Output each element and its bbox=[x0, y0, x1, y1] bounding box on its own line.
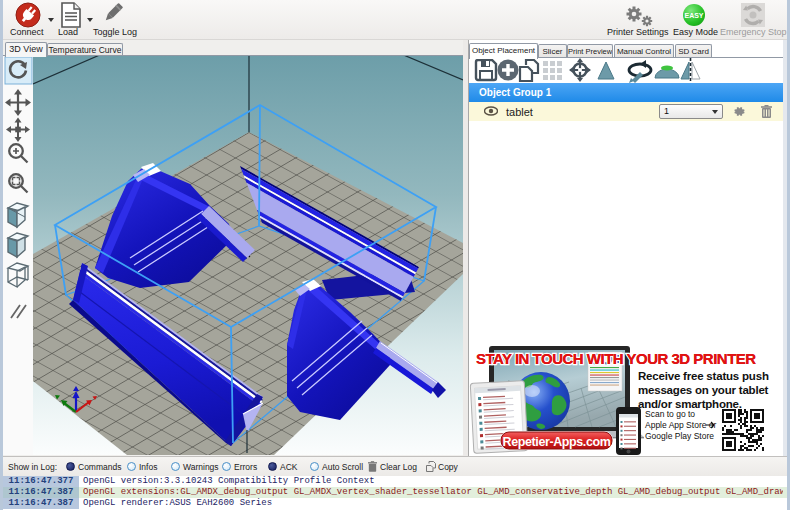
svg-text:messages on your tablet: messages on your tablet bbox=[638, 384, 769, 396]
svg-text:Scan to go to: Scan to go to bbox=[645, 409, 695, 419]
svg-text:Apple App Store or: Apple App Store or bbox=[645, 420, 717, 430]
svg-text:Receive free status push: Receive free status push bbox=[638, 370, 769, 382]
svg-text:STAY IN TOUCH WITH YOUR 3D PRI: STAY IN TOUCH WITH YOUR 3D PRINTER bbox=[476, 350, 756, 367]
svg-text:EASY: EASY bbox=[684, 12, 703, 19]
svg-text:Repetier-Apps.com: Repetier-Apps.com bbox=[503, 435, 611, 449]
svg-text:Google Play Store: Google Play Store bbox=[645, 431, 714, 441]
